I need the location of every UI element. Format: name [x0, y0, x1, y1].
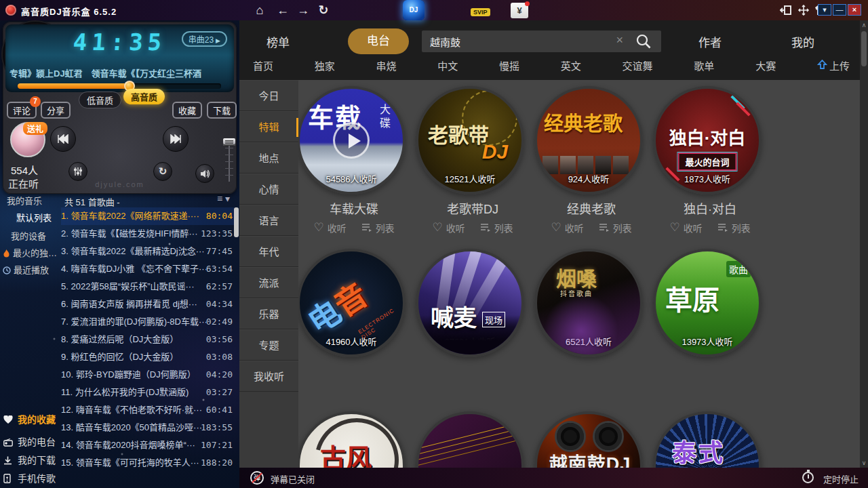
song-row[interactable]: 6. 闽南语女声版 搁再拼看觅 dj想···04:34: [61, 296, 234, 313]
sidebar-item-my-radio[interactable]: 我的电台: [3, 434, 56, 449]
subnav-contest[interactable]: 大赛: [755, 58, 776, 73]
progress-bar[interactable]: [18, 83, 221, 89]
tray-dropdown-button[interactable]: ▾: [818, 4, 831, 16]
playlist-button[interactable]: 列表: [599, 221, 632, 235]
red-envelope-icon[interactable]: ¥: [511, 3, 528, 18]
previous-button[interactable]: [50, 126, 76, 152]
album-title[interactable]: 经典老歌: [532, 199, 650, 217]
timer-icon[interactable]: [802, 472, 814, 483]
song-row[interactable]: 4. 嗨音车载DJ小雅 《忘不舍下辈子···63:54: [61, 260, 234, 278]
close-button[interactable]: ×: [848, 4, 861, 16]
album-cover[interactable]: 车载 大碟 54586人收听: [298, 86, 406, 195]
download-button[interactable]: 下载: [207, 102, 237, 119]
song-row[interactable]: 8. 爱痛过然后呢（DJ大金版）03:56: [61, 331, 234, 348]
album-cover[interactable]: 老歌带 DJ 12521人收听: [416, 86, 524, 195]
queue-badge[interactable]: 串曲23▶: [182, 31, 227, 47]
main-scrollbar-thumb[interactable]: [861, 31, 867, 66]
gift-button[interactable]: 送礼: [23, 122, 47, 135]
song-row[interactable]: 7. 爱流泪谁的罪(DJ何鹏版)-8D车载···02:49: [61, 313, 234, 331]
album-cover[interactable]: 泰式: [653, 411, 762, 468]
song-row[interactable]: 10. 郭玲-BYD蹦野迪（DJ何鹏版）04:20: [61, 366, 234, 384]
playlist-button[interactable]: 列表: [480, 221, 513, 235]
tab-mine[interactable]: 我的: [791, 33, 814, 50]
danmaku-status[interactable]: 弹幕已关闭: [271, 472, 315, 485]
song-row[interactable]: 9. 粉红色的回忆（DJ大金版）03:08: [61, 348, 234, 366]
home-icon[interactable]: ⌂: [251, 2, 269, 18]
sort-icon[interactable]: ≡ ▾: [217, 193, 230, 204]
tab-radio[interactable]: 电台: [348, 28, 409, 54]
clear-search-icon[interactable]: ×: [616, 33, 623, 47]
song-row[interactable]: 2. 领音车载《【磁性发烧HIFI情醉···123:35: [61, 225, 234, 243]
album-title[interactable]: 老歌带DJ: [414, 199, 532, 217]
song-row[interactable]: 11. 为什么松开我的手(DJ默涵版)03:27: [61, 384, 234, 401]
mini-player-icon[interactable]: [780, 5, 792, 16]
category-topic[interactable]: 专题: [239, 329, 298, 361]
sidebar-item-my-device[interactable]: 我的设备: [11, 229, 46, 242]
listen-button[interactable]: ♡收听: [669, 221, 702, 235]
sidebar-item-phone-transfer[interactable]: 手机传歌: [3, 471, 56, 485]
back-icon[interactable]: ←: [274, 2, 292, 18]
song-row[interactable]: 3. 领音车载2022《最新精选Dj沈念···77:45: [61, 243, 234, 260]
next-button[interactable]: [163, 126, 189, 152]
album-cover[interactable]: 喊麦 现场 27001人收听: [416, 249, 524, 357]
svip-badge[interactable]: SVIP: [471, 8, 490, 16]
tab-ranking[interactable]: 榜单: [267, 33, 290, 50]
album-title[interactable]: 独白·对白: [651, 199, 769, 217]
album-title[interactable]: 车载大碟: [298, 199, 413, 217]
subnav-exclusive[interactable]: 独家: [315, 58, 335, 73]
scroll-down-icon[interactable]: ∨: [860, 458, 868, 468]
album-cover[interactable]: 烟嗓 抖音歌曲 6521人收听: [534, 249, 643, 357]
category-language[interactable]: 语言: [239, 205, 298, 236]
song-row[interactable]: 13. 酷音车载2020《50首精品沙哑···183:55: [61, 419, 234, 436]
playlist-button[interactable]: 列表: [361, 221, 395, 235]
album-cover[interactable]: 经典老歌 924人收听: [534, 86, 643, 195]
listen-button[interactable]: ♡收听: [313, 221, 346, 235]
quality-low-button[interactable]: 低音质: [79, 92, 121, 108]
category-mood[interactable]: 心情: [239, 174, 298, 205]
album-cover[interactable]: 电音 ELECTRONIC DISC 41960人收听: [298, 249, 406, 357]
forward-icon[interactable]: →: [294, 2, 312, 18]
category-instrument[interactable]: 乐器: [239, 298, 298, 329]
playlist-button[interactable]: 列表: [717, 221, 751, 235]
song-row[interactable]: 1. 领音车载2022《网络新歌速递····80:04: [61, 207, 234, 225]
timer-stop-label[interactable]: 定时停止: [823, 472, 859, 485]
album-cover[interactable]: 草原 歌曲 13973人收听: [653, 249, 762, 357]
sidebar-item-hottest[interactable]: 最火的独…: [3, 246, 57, 260]
song-row[interactable]: 12. 嗨音车载《不怕老歌不好听·就···60:41: [61, 401, 234, 419]
search-input[interactable]: [430, 30, 599, 52]
sidebar-item-recently-played[interactable]: 最近播放: [3, 263, 49, 277]
scroll-up-icon[interactable]: ∧: [860, 20, 868, 30]
playlist-scrollbar[interactable]: [234, 207, 239, 237]
subnav-home[interactable]: 首页: [253, 58, 273, 73]
song-row[interactable]: 15. 领音车载《可可托海的牧羊人···188:20: [61, 454, 234, 472]
category-today[interactable]: 今日: [239, 80, 298, 111]
album-cover[interactable]: 越南鼓DJ: [534, 411, 643, 468]
category-my-listening[interactable]: 我收听: [239, 361, 298, 392]
subnav-ballroom[interactable]: 交谊舞: [623, 58, 653, 73]
minimize-button[interactable]: —: [833, 4, 846, 16]
favorite-button[interactable]: 收藏: [172, 102, 202, 119]
listen-button[interactable]: ♡收听: [432, 221, 465, 235]
category-genre[interactable]: 流派: [239, 267, 298, 298]
subnav-slow[interactable]: 慢摇: [499, 58, 519, 73]
equalizer-button[interactable]: [68, 162, 87, 181]
main-scrollbar[interactable]: ∧ ∨: [860, 20, 868, 468]
sidebar-item-default-list[interactable]: 默认列表: [16, 211, 52, 224]
tab-author[interactable]: 作者: [698, 33, 722, 50]
refresh-icon[interactable]: ↻: [315, 2, 332, 18]
sidebar-item-my-favorites[interactable]: 我的收藏: [3, 412, 56, 426]
category-era[interactable]: 年代: [239, 236, 298, 267]
play-mode-button[interactable]: ↻: [153, 162, 172, 181]
play-overlay-icon[interactable]: [333, 122, 370, 159]
album-cover[interactable]: 古风: [298, 411, 406, 468]
subnav-songlist[interactable]: 歌单: [694, 58, 714, 73]
category-special[interactable]: 特辑: [239, 111, 298, 142]
dj-app-icon[interactable]: DJ: [403, 0, 425, 20]
listen-button[interactable]: ♡收听: [551, 221, 583, 235]
danmaku-off-icon[interactable]: 弹: [250, 471, 264, 485]
album-cover[interactable]: 十 流行: [416, 411, 524, 468]
subnav-mix[interactable]: 串烧: [376, 58, 397, 73]
volume-slider-handle[interactable]: [223, 138, 235, 146]
subnav-english[interactable]: 英文: [561, 58, 581, 73]
song-row[interactable]: 14. 领音车载2020抖音烟嗓榜单“···107:21: [61, 436, 234, 454]
